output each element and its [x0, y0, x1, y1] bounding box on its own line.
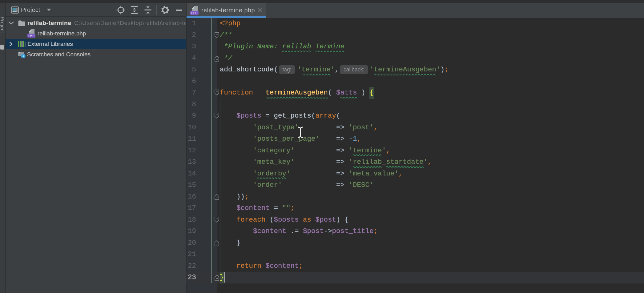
svg-text:PHP: PHP — [28, 34, 34, 37]
svg-text:PHP: PHP — [191, 11, 198, 14]
